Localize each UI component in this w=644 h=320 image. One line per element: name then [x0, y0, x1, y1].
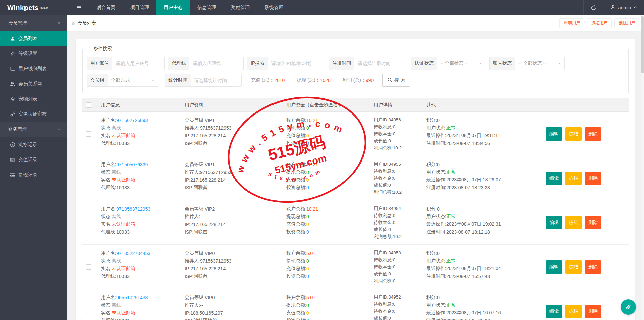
field-value[interactable]: 10.21: [306, 206, 318, 212]
field-line: ISP: 阿联酋: [185, 272, 286, 280]
field-label: 最近操作:: [426, 266, 446, 272]
sidebar-item-2-1[interactable]: ¥流水记录: [0, 137, 67, 152]
sidebar-item-1-5[interactable]: 宠物列表: [0, 91, 67, 106]
field-line: 待收本金: 0: [374, 263, 426, 270]
field-value[interactable]: 9710522704453: [116, 250, 150, 256]
edit-button[interactable]: 编辑: [546, 216, 562, 229]
page-action-button-1[interactable]: 添加用户: [559, 18, 584, 28]
nav-item-4[interactable]: 信息管理: [190, 0, 224, 15]
field-label: 注册时间:: [426, 229, 446, 235]
field-value[interactable]: 971562725893: [116, 118, 148, 123]
sidebar-group-2[interactable]: 财务管理: [0, 122, 67, 137]
sidebar-item-1-1[interactable]: 会员列表: [0, 31, 67, 46]
nav-item-6[interactable]: 系统管理: [257, 0, 291, 15]
delete-button[interactable]: 删除: [585, 305, 601, 318]
sidebar-item-2-3[interactable]: 提现记录: [0, 167, 67, 182]
field-value[interactable]: 10.21: [306, 118, 318, 123]
sidebar-item-1-6[interactable]: 实名认证审核: [0, 106, 67, 122]
field-value[interactable]: 5.01: [306, 250, 315, 256]
sidebar-item-2-2[interactable]: PayPal充值记录: [0, 152, 67, 167]
row-actions: 编辑冻结删除: [545, 127, 629, 141]
field-value[interactable]: 0: [306, 229, 309, 235]
sidebar-item-1-2[interactable]: 等级设置: [0, 46, 67, 61]
search-field-label: 会员组: [87, 74, 108, 86]
floating-helper-button[interactable]: [621, 299, 636, 315]
edit-button[interactable]: 编辑: [546, 305, 562, 318]
field-line: 最近操作: 2023年08月07日 19:02:31: [426, 220, 545, 228]
field-value[interactable]: 0: [306, 266, 309, 271]
field-value[interactable]: 0: [306, 222, 309, 227]
field-value[interactable]: 0: [306, 310, 309, 316]
delete-button[interactable]: 删除: [585, 260, 601, 274]
search-select[interactable]: 全部方式: [108, 74, 158, 86]
delete-button[interactable]: 删除: [585, 172, 601, 185]
field-value[interactable]: 0: [306, 274, 309, 279]
field-line: 会员等级: VIP0: [185, 249, 286, 257]
scrollbar-thumb[interactable]: [641, 16, 644, 73]
row-checkbox[interactable]: [86, 309, 91, 314]
field-value: 217.165.228.214: [190, 133, 226, 138]
field-value: 2023-08-07 16:57:43: [446, 274, 490, 279]
delete-button[interactable]: 删除: [585, 127, 601, 141]
field-value[interactable]: 0: [306, 133, 309, 138]
field-value[interactable]: 9710563712953: [116, 206, 150, 212]
field-value[interactable]: 0: [306, 141, 309, 146]
field-value[interactable]: 971505076339: [116, 162, 148, 167]
scrollbar-track: [641, 15, 644, 320]
field-value[interactable]: 5.01: [306, 295, 315, 300]
field-value[interactable]: 0: [306, 185, 309, 190]
field-value[interactable]: 0: [306, 125, 309, 131]
field-value: 2023-08-07 18:12:18: [446, 229, 490, 235]
field-label: 账户余额:: [286, 206, 306, 212]
row-checkbox[interactable]: [86, 176, 91, 181]
sidebar-group-1[interactable]: 会员管理: [0, 15, 67, 31]
sidebar-item-label: 流水记录: [18, 142, 37, 148]
hamburger-icon[interactable]: [72, 0, 86, 15]
nav-item-5[interactable]: 奖励管理: [224, 0, 257, 15]
nav-item-3[interactable]: 用户中心: [156, 0, 190, 15]
field-value: 0: [437, 206, 440, 212]
search-button[interactable]: 搜 索: [382, 74, 410, 87]
refresh-icon[interactable]: [584, 0, 604, 15]
field-value[interactable]: 0: [306, 177, 309, 183]
row-checkbox[interactable]: [86, 131, 91, 137]
nav-item-2[interactable]: 项目管理: [123, 0, 156, 15]
edit-button[interactable]: 编辑: [546, 172, 562, 185]
page-action-button-3[interactable]: 删除用户: [614, 18, 639, 28]
search-input[interactable]: [112, 57, 164, 70]
search-input[interactable]: [268, 57, 325, 70]
freeze-button[interactable]: 冻结: [565, 127, 582, 141]
field-value[interactable]: 0: [306, 214, 309, 219]
field-line: 用户ID: 34956: [374, 116, 426, 123]
row-checkbox[interactable]: [86, 220, 91, 225]
edit-button[interactable]: 编辑: [546, 127, 562, 141]
page-action-button-2[interactable]: 冻结用户: [587, 18, 612, 28]
search-input[interactable]: [191, 74, 241, 86]
field-value[interactable]: 0: [306, 303, 309, 308]
sidebar-item-1-4[interactable]: 会员关系网: [0, 76, 67, 91]
sidebar-item-1-3[interactable]: 用户钱包列表: [0, 61, 67, 76]
field-value[interactable]: 0: [306, 318, 309, 320]
field-value[interactable]: 0: [306, 258, 309, 264]
freeze-button[interactable]: 冻结: [565, 260, 582, 274]
search-input[interactable]: [354, 57, 403, 70]
edit-button[interactable]: 编辑: [546, 260, 562, 274]
field-value[interactable]: 0: [306, 170, 309, 175]
freeze-button[interactable]: 冻结: [565, 172, 582, 185]
field-line: 投资总额: 0: [286, 139, 374, 147]
field-value[interactable]: 966510291438: [116, 295, 148, 300]
row-checkbox[interactable]: [86, 264, 91, 270]
search-input[interactable]: [189, 57, 243, 70]
breadcrumb-arrows: »: [72, 20, 75, 26]
freeze-button[interactable]: 冻结: [565, 305, 582, 318]
search-select[interactable]: -- 全部状态 --: [515, 57, 564, 70]
field-value[interactable]: 10.21: [306, 162, 318, 167]
field-value: 2023年08月07日 19:02:31: [446, 221, 501, 227]
freeze-button[interactable]: 冻结: [565, 216, 582, 229]
delete-button[interactable]: 删除: [585, 216, 601, 229]
search-select[interactable]: -- 全部状态 --: [437, 57, 486, 70]
admin-menu[interactable]: admin: [604, 0, 644, 15]
nav-item-1[interactable]: 后台首页: [89, 0, 123, 15]
select-all-checkbox[interactable]: [86, 102, 91, 108]
field-line: ISP: 阿联酋: [185, 184, 286, 191]
